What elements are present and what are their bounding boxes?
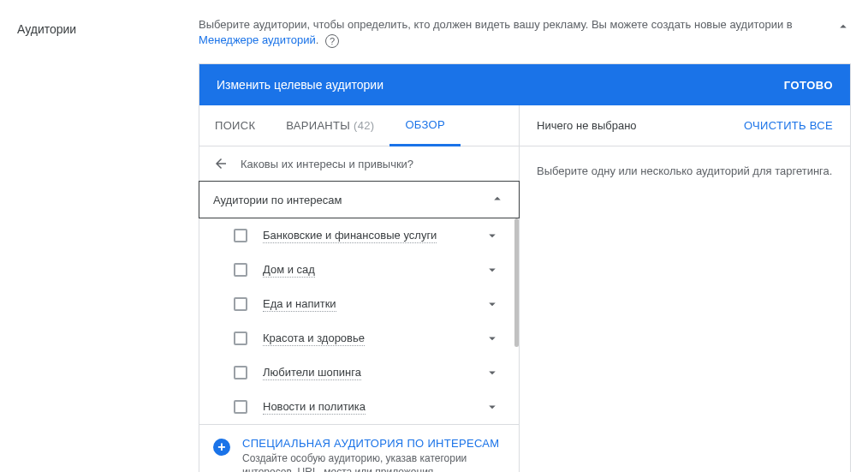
chevron-down-icon[interactable] bbox=[485, 228, 500, 243]
affinity-group-header[interactable]: Аудитории по интересам bbox=[199, 181, 520, 218]
panel-header: Изменить целевые аудитории ГОТОВО bbox=[199, 64, 850, 105]
category-checkbox[interactable] bbox=[234, 400, 247, 414]
tabs: ПОИСК ВАРИАНТЫ (42) ОБЗОР bbox=[199, 105, 519, 146]
group-header-label: Аудитории по интересам bbox=[213, 194, 342, 206]
chevron-down-icon[interactable] bbox=[485, 262, 500, 278]
category-item[interactable]: Любители шопинга bbox=[199, 355, 514, 390]
done-button[interactable]: ГОТОВО bbox=[784, 79, 833, 92]
category-item[interactable]: Новости и политика bbox=[199, 390, 514, 424]
audience-panel: Изменить целевые аудитории ГОТОВО ПОИСК … bbox=[199, 63, 851, 472]
chevron-down-icon[interactable] bbox=[485, 365, 500, 380]
tab-search[interactable]: ПОИСК bbox=[199, 105, 271, 146]
category-checkbox[interactable] bbox=[234, 263, 247, 277]
breadcrumb: Каковы их интересы и привычки? bbox=[199, 146, 519, 181]
custom-affinity-subtitle: Создайте особую аудиторию, указав катего… bbox=[242, 451, 505, 472]
intro-text: Выберите аудитории, чтобы определить, кт… bbox=[199, 17, 851, 48]
intro-part-b: . bbox=[316, 33, 319, 46]
back-arrow-icon[interactable] bbox=[213, 156, 229, 171]
selected-none-label: Ничего не выбрано bbox=[537, 119, 637, 132]
section-label: Аудитории bbox=[17, 17, 199, 472]
category-item[interactable]: Дом и сад bbox=[199, 253, 514, 287]
custom-affinity-title: СПЕЦИАЛЬНАЯ АУДИТОРИЯ ПО ИНТЕРЕСАМ bbox=[242, 437, 505, 450]
tab-ideas[interactable]: ВАРИАНТЫ (42) bbox=[271, 105, 389, 146]
category-list: Банковские и финансовые услугиДом и садЕ… bbox=[199, 218, 519, 424]
category-label: Красота и здоровье bbox=[263, 332, 365, 346]
plus-icon: + bbox=[213, 439, 230, 456]
category-checkbox[interactable] bbox=[234, 297, 247, 311]
help-icon[interactable]: ? bbox=[325, 34, 339, 48]
category-item[interactable]: Красота и здоровье bbox=[199, 321, 514, 355]
clear-all-button[interactable]: ОЧИСТИТЬ ВСЕ bbox=[744, 119, 833, 132]
category-label: Любители шопинга bbox=[263, 366, 361, 380]
chevron-down-icon[interactable] bbox=[485, 399, 500, 415]
category-item[interactable]: Еда и напитки bbox=[199, 287, 514, 321]
audience-manager-link[interactable]: Менеджере аудиторий bbox=[199, 33, 316, 46]
category-label: Еда и напитки bbox=[263, 297, 336, 312]
category-checkbox[interactable] bbox=[234, 332, 247, 345]
selected-empty-text: Выберите одну или несколько аудиторий дл… bbox=[520, 146, 850, 196]
chevron-down-icon[interactable] bbox=[485, 331, 500, 346]
chevron-down-icon[interactable] bbox=[485, 296, 500, 312]
collapse-icon[interactable] bbox=[835, 19, 851, 39]
intro-part-a: Выберите аудитории, чтобы определить, кт… bbox=[199, 18, 793, 31]
category-label: Банковские и финансовые услуги bbox=[263, 229, 437, 243]
category-checkbox[interactable] bbox=[234, 366, 247, 379]
category-item[interactable]: Банковские и финансовые услуги bbox=[199, 218, 514, 253]
chevron-up-icon bbox=[490, 191, 505, 209]
category-label: Новости и политика bbox=[263, 400, 366, 415]
panel-title: Изменить целевые аудитории bbox=[217, 78, 383, 92]
tab-browse[interactable]: ОБЗОР bbox=[389, 105, 461, 146]
category-label: Дом и сад bbox=[263, 263, 315, 278]
scrollbar[interactable] bbox=[514, 218, 519, 347]
selected-header: Ничего не выбрано ОЧИСТИТЬ ВСЕ bbox=[520, 105, 850, 146]
tab-ideas-label: ВАРИАНТЫ bbox=[286, 119, 350, 132]
category-checkbox[interactable] bbox=[234, 229, 247, 242]
custom-affinity-button[interactable]: + СПЕЦИАЛЬНАЯ АУДИТОРИЯ ПО ИНТЕРЕСАМ Соз… bbox=[199, 424, 519, 472]
tab-ideas-count: (42) bbox=[354, 119, 374, 132]
breadcrumb-label: Каковы их интересы и привычки? bbox=[241, 158, 413, 170]
